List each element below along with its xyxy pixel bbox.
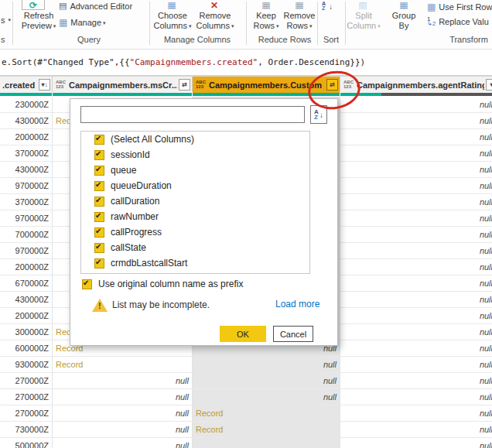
- checkbox-checked-icon[interactable]: [94, 227, 104, 238]
- cell[interactable]: null: [340, 162, 492, 178]
- cell[interactable]: 430000Z: [0, 292, 53, 308]
- column-header-custom[interactable]: ABC123 Campaignmembers.Custom ⇄: [193, 77, 340, 93]
- load-more-link[interactable]: Load more: [275, 299, 319, 309]
- cell[interactable]: 200000Z: [0, 129, 53, 145]
- cell[interactable]: null: [340, 405, 492, 422]
- cell[interactable]: 730000Z: [0, 422, 53, 438]
- abc123-type-icon[interactable]: ABC123: [56, 80, 66, 89]
- cell[interactable]: null: [340, 340, 492, 357]
- checkbox-checked-icon[interactable]: [94, 258, 104, 268]
- cell[interactable]: null: [53, 373, 193, 389]
- filter-dropdown-icon[interactable]: ▾: [486, 79, 492, 91]
- cell[interactable]: null: [193, 357, 340, 373]
- column-search-input[interactable]: [80, 106, 305, 123]
- cell[interactable]: null: [340, 97, 492, 113]
- cell[interactable]: 670000Z: [0, 275, 53, 292]
- cell[interactable]: 200000Z: [0, 308, 53, 324]
- sort-descending-filter-icon[interactable]: ▾↓: [39, 79, 50, 91]
- sort-button[interactable]: AZ ↓: [322, 2, 333, 11]
- table-row[interactable]: 930000ZRecordnullnull: [0, 357, 492, 373]
- cell[interactable]: null: [53, 422, 193, 438]
- cell[interactable]: null: [340, 194, 492, 210]
- cell[interactable]: 430000Z: [0, 113, 53, 129]
- table-row[interactable]: 270000Znullnullnull: [0, 389, 492, 405]
- manage-button[interactable]: ▦ Manage: [59, 17, 106, 28]
- cell[interactable]: [193, 438, 340, 448]
- cell[interactable]: 370000Z: [0, 145, 53, 162]
- remove-rows-button[interactable]: Remove Rows: [280, 11, 319, 31]
- sort-az-button[interactable]: AZ ↓: [310, 105, 327, 124]
- cell[interactable]: 300000Z: [0, 324, 53, 340]
- cell[interactable]: 700000Z: [0, 227, 53, 243]
- table-row[interactable]: 500000Znullnull: [0, 438, 492, 448]
- cell[interactable]: 270000Z: [0, 389, 53, 405]
- abc123-type-icon[interactable]: ABC123: [196, 80, 206, 89]
- cell[interactable]: null: [340, 227, 492, 243]
- cell[interactable]: 370000Z: [0, 194, 53, 210]
- cell[interactable]: null: [340, 210, 492, 227]
- cell[interactable]: null: [340, 178, 492, 194]
- use-first-row-button[interactable]: ▦ Use First Row: [427, 2, 492, 12]
- table-row[interactable]: 730000ZnullRecordnull: [0, 422, 492, 438]
- refresh-preview-button[interactable]: Refresh Preview: [19, 11, 59, 31]
- cell[interactable]: null: [340, 243, 492, 259]
- cell[interactable]: null: [340, 438, 492, 448]
- cell[interactable]: null: [340, 373, 492, 389]
- checkbox-checked-icon[interactable]: [94, 243, 104, 253]
- cell[interactable]: null: [193, 373, 340, 389]
- cell[interactable]: 430000Z: [0, 162, 53, 178]
- advanced-editor-button[interactable]: ▤ Advanced Editor: [59, 1, 132, 11]
- cell[interactable]: 930000Z: [0, 357, 53, 373]
- cancel-button[interactable]: Cancel: [273, 326, 313, 342]
- cell[interactable]: null: [193, 389, 340, 405]
- column-header-agentRating[interactable]: ABC123 Campaignmembers.agentRating ▾: [340, 77, 492, 93]
- cell[interactable]: 230000Z: [0, 97, 53, 113]
- column-header-msCr[interactable]: ABC123 Campaignmembers.msCr... ⇄: [53, 77, 193, 93]
- column-header-created[interactable]: .created ▾↓: [0, 77, 53, 93]
- checkbox-checked-icon[interactable]: [94, 181, 104, 191]
- column-list-item[interactable]: sessionId: [81, 147, 309, 162]
- cell[interactable]: Record: [193, 422, 340, 438]
- group-by-button[interactable]: Group By: [387, 11, 421, 30]
- cell[interactable]: null: [340, 357, 492, 373]
- keep-rows-button[interactable]: Keep Rows: [251, 11, 282, 31]
- cell[interactable]: null: [340, 308, 492, 324]
- checkbox-checked-icon[interactable]: [94, 166, 104, 176]
- checkbox-checked-icon[interactable]: [94, 197, 104, 207]
- cell[interactable]: 600000Z: [0, 340, 53, 357]
- cell[interactable]: 500000Z: [0, 438, 53, 448]
- checkbox-checked-icon[interactable]: [94, 150, 104, 160]
- formula-bar[interactable]: e.Sort(#"Changed Type",{{"Campaignmember…: [0, 50, 492, 76]
- checkbox-checked-icon[interactable]: [94, 135, 104, 145]
- cell[interactable]: null: [340, 129, 492, 145]
- column-list-item[interactable]: crmdbLastcallStart: [81, 255, 309, 271]
- cell[interactable]: null: [340, 389, 492, 405]
- replace-values-button[interactable]: 1↳2 Replace Valu: [427, 17, 489, 26]
- ribbon-partial-button[interactable]: s: [1, 15, 11, 25]
- column-list-item[interactable]: queue: [81, 162, 309, 178]
- table-row[interactable]: 270000ZnullRecordnull: [0, 405, 492, 422]
- cell[interactable]: null: [53, 405, 193, 422]
- expand-column-icon-circled[interactable]: ⇄: [326, 79, 338, 91]
- checkbox-checked-icon[interactable]: [82, 279, 92, 289]
- cell[interactable]: null: [53, 389, 193, 405]
- cell[interactable]: 970000Z: [0, 243, 53, 259]
- cell[interactable]: null: [340, 422, 492, 438]
- remove-columns-button[interactable]: Remove Columns: [195, 11, 235, 31]
- table-row[interactable]: 270000Znullnullnull: [0, 373, 492, 389]
- cell[interactable]: 200000Z: [0, 259, 53, 275]
- cell[interactable]: Record: [53, 357, 193, 373]
- column-list-item[interactable]: callState: [81, 240, 309, 255]
- column-list-item[interactable]: (Select All Columns): [81, 132, 309, 147]
- cell[interactable]: null: [340, 145, 492, 162]
- column-list-item[interactable]: queueDuration: [81, 178, 309, 193]
- expand-column-icon[interactable]: ⇄: [179, 79, 190, 91]
- cell[interactable]: Record: [193, 405, 340, 422]
- cell[interactable]: 970000Z: [0, 210, 53, 227]
- cell[interactable]: null: [340, 275, 492, 292]
- cell[interactable]: 270000Z: [0, 373, 53, 389]
- cell[interactable]: 970000Z: [0, 178, 53, 194]
- checkbox-checked-icon[interactable]: [94, 212, 104, 222]
- abc123-type-icon[interactable]: ABC123: [343, 80, 354, 89]
- choose-columns-button[interactable]: Choose Columns: [153, 11, 192, 31]
